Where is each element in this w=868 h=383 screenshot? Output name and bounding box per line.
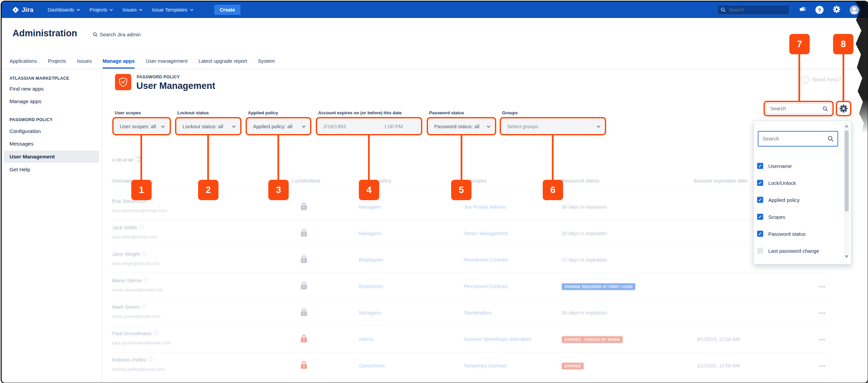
row-actions-icon[interactable]: ••• <box>819 284 826 289</box>
column-option-lock-unlock[interactable]: ✓ Lock/Unlock <box>757 177 842 189</box>
tab-user-management[interactable]: User management <box>146 58 187 69</box>
sidebar-item-messages[interactable]: Messages <box>2 138 99 150</box>
username: Roberto Pellini <box>112 357 146 363</box>
unlock-icon[interactable] <box>300 281 308 291</box>
nav-item-issue-templates[interactable]: Issue Templates <box>152 7 193 13</box>
scopes-link[interactable]: Teamleaders <box>464 310 492 315</box>
applied-policy-link[interactable]: Managers <box>359 231 381 236</box>
applied-policy-link[interactable]: Employees <box>359 284 383 289</box>
sidebar: ATLASSIAN MARKETPLACE Find new apps Mana… <box>2 69 102 383</box>
column-search-input[interactable] <box>762 135 824 142</box>
checkbox-checked-icon[interactable]: ✓ <box>757 180 763 186</box>
callout-8: 8 <box>833 34 853 54</box>
password-status: 17 days to expiration <box>562 257 607 263</box>
app-kicker: PASSWORD POLICY <box>137 75 180 79</box>
table-row[interactable]: Paul Grundmann paul.grundmann@email.com … <box>112 326 829 352</box>
scopes-link[interactable]: Permanent Contract <box>464 257 508 263</box>
section-title: User Management <box>136 81 215 91</box>
tab-projects[interactable]: Projects <box>48 58 66 69</box>
unlock-icon[interactable] <box>300 202 308 212</box>
tab-latest-upgrade-report[interactable]: Latest upgrade report <box>198 58 247 69</box>
column-option-username[interactable]: ✓ Username <box>757 160 842 172</box>
navbar-search-input[interactable] <box>728 7 784 13</box>
row-actions-icon[interactable]: ••• <box>819 337 826 342</box>
tab-system[interactable]: System <box>258 58 275 69</box>
applied-policy-link[interactable]: Consultants <box>359 363 385 368</box>
username: Mark Green <box>112 304 140 310</box>
avatar[interactable] <box>850 5 859 15</box>
user-email: marie.sterne@email.com <box>112 287 163 292</box>
applied-policy-link[interactable]: Employees <box>359 257 383 263</box>
password-status: 35 days to expiration <box>562 310 607 315</box>
scopes-link[interactable]: Senior Management <box>464 231 508 236</box>
shield-check-icon <box>118 77 129 88</box>
tab-issues[interactable]: Issues <box>77 58 92 69</box>
unlock-icon[interactable] <box>300 307 308 318</box>
checkbox-checked-icon[interactable]: ✓ <box>757 197 763 203</box>
lock-icon[interactable] <box>300 334 308 344</box>
password-status: 20 days to expiration <box>562 231 607 236</box>
checkbox-checked-icon[interactable]: ✓ <box>757 231 763 237</box>
callout-outline-3 <box>246 117 311 135</box>
column-option-password-status[interactable]: ✓ Password status <box>757 228 842 240</box>
col-header-scopes[interactable]: Scopes <box>470 178 487 184</box>
create-button[interactable]: Create <box>214 5 240 15</box>
col-header-account-expiration[interactable]: Account expiration date <box>693 178 747 184</box>
callout-line-7 <box>798 54 800 101</box>
checkbox-checked-icon[interactable]: ✓ <box>757 163 763 169</box>
scrollbar-thumb[interactable] <box>845 130 849 212</box>
table-row[interactable]: Marie Sterne marie.sterne@email.com Empl… <box>112 273 829 300</box>
nav-item-issues[interactable]: Issues <box>122 7 142 13</box>
applied-policy-link[interactable]: Interns <box>359 337 374 342</box>
user-email: jane.wright@email.com <box>112 261 160 266</box>
announcements-icon[interactable] <box>798 5 807 15</box>
unlock-icon[interactable] <box>300 228 308 238</box>
callout-2: 2 <box>198 180 218 200</box>
need-help-button[interactable]: ? Need help? <box>802 76 842 83</box>
sidebar-item-get-help[interactable]: Get Help <box>2 164 99 176</box>
nav-item-dashboards[interactable]: Dashboards <box>48 7 80 13</box>
nav-item-projects[interactable]: Projects <box>90 7 113 13</box>
tab-applications[interactable]: Applications <box>9 58 37 69</box>
table-row[interactable]: Jack Wittin jack.wittin@email.com Manage… <box>112 220 829 247</box>
col-header-password-status[interactable]: Password status <box>562 178 599 184</box>
column-search[interactable] <box>758 131 838 147</box>
scroll-up-icon[interactable] <box>845 125 848 127</box>
table-row[interactable]: Mark Green mark.green@email.com Managers… <box>112 300 829 326</box>
info-icon <box>140 225 144 229</box>
tab-manage-apps[interactable]: Manage apps <box>102 58 135 69</box>
navbar-search[interactable] <box>717 5 790 15</box>
applied-policy-link[interactable]: Managers <box>359 204 381 210</box>
scopes-link[interactable]: Summer Workshops Attendees <box>464 337 532 342</box>
column-option-last-password-change[interactable]: Last password change <box>757 245 842 256</box>
col-header-lock-unlock[interactable]: Lock/Unlock <box>292 178 320 184</box>
unlock-icon[interactable] <box>300 254 308 265</box>
search-jira-admin[interactable]: Search Jira admin <box>93 32 141 37</box>
sidebar-item-user-management[interactable]: User Management <box>4 151 99 163</box>
callout-1: 1 <box>131 180 152 200</box>
sidebar-item-configuration[interactable]: Configuration <box>2 125 99 137</box>
scopes-link[interactable]: Permanent Contract <box>464 284 508 289</box>
lock-icon[interactable] <box>300 360 308 371</box>
status-badge: EXPIRED <box>562 363 584 369</box>
gear-icon[interactable] <box>832 5 841 15</box>
table-row[interactable]: Roberto Pellini roberto.pellini@email.co… <box>112 352 829 379</box>
help-icon[interactable]: ? <box>815 6 824 14</box>
table-row[interactable]: Jane Wright jane.wright@email.com Employ… <box>112 247 829 273</box>
row-actions-icon[interactable]: ••• <box>819 310 826 315</box>
sidebar-item-find-new-apps[interactable]: Find new apps <box>2 83 99 95</box>
jira-logo[interactable]: Jira <box>12 6 34 14</box>
column-option-scopes[interactable]: ✓ Scopes <box>757 211 842 223</box>
image-noise-artifact <box>853 2 868 133</box>
column-option-applied-policy[interactable]: ✓ Applied policy <box>757 194 842 206</box>
applied-policy-link[interactable]: Managers <box>359 310 381 315</box>
scopes-link[interactable]: Temporary Contract <box>464 363 507 368</box>
scrollbar[interactable] <box>844 123 849 260</box>
row-actions-icon[interactable]: ••• <box>819 363 826 368</box>
sidebar-item-manage-apps[interactable]: Manage apps <box>2 95 99 108</box>
tabs-divider <box>2 69 868 69</box>
checkbox-unchecked-icon[interactable] <box>757 248 763 254</box>
scopes-link[interactable]: Jira Project Admins <box>464 204 506 210</box>
scroll-down-icon[interactable] <box>845 255 848 258</box>
checkbox-checked-icon[interactable]: ✓ <box>757 214 763 220</box>
